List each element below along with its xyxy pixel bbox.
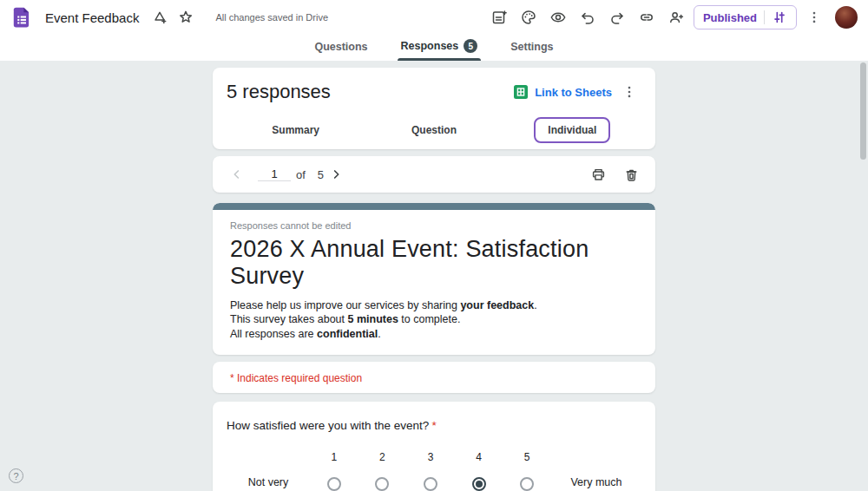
question-text: How satisfied were you with the event?*: [227, 419, 641, 432]
scale-option: 4: [455, 451, 503, 491]
scale-number: 3: [428, 451, 434, 463]
import-questions-icon[interactable]: [487, 5, 511, 29]
scale-number: 1: [331, 451, 337, 463]
view-tab-summary[interactable]: Summary: [227, 111, 365, 149]
form-title: 2026 X Annual Event: Satisfaction Survey: [230, 236, 638, 290]
scale-number: 4: [476, 451, 482, 463]
scale-option: 1: [310, 451, 358, 491]
document-title[interactable]: Event Feedback: [45, 10, 139, 25]
pagination-of-label: of: [296, 168, 306, 181]
pagination-total: 5: [318, 168, 324, 181]
kebab-menu-icon[interactable]: [802, 5, 826, 29]
divider: [764, 10, 765, 24]
responses-count-title: 5 responses: [227, 81, 331, 103]
description-line: Please help us improve our services by s…: [230, 298, 638, 312]
view-tab-individual[interactable]: Individual: [503, 111, 641, 149]
scale-radio[interactable]: [327, 477, 341, 491]
required-asterisk: *: [431, 419, 436, 432]
saved-status[interactable]: All changes saved in Drive: [215, 12, 328, 23]
tab-settings[interactable]: Settings: [509, 41, 555, 61]
move-icon[interactable]: [148, 5, 172, 29]
print-icon[interactable]: [586, 162, 610, 187]
scale-radio[interactable]: [520, 477, 534, 491]
scale-min-label: Not very: [227, 476, 310, 491]
app-header: Event Feedback All changes saved in Driv…: [0, 0, 868, 35]
description-line: This survey takes about 5 minutes to com…: [230, 312, 638, 326]
scale-radio[interactable]: [424, 477, 437, 491]
scale-radio[interactable]: [375, 477, 389, 491]
responses-page: 5 responses Link to Sheets: [0, 61, 868, 491]
responses-kebab-menu-icon[interactable]: [617, 80, 641, 104]
palette-icon[interactable]: [516, 5, 541, 29]
linear-scale: Not very 1 2 3 4: [227, 451, 641, 491]
star-icon[interactable]: [174, 5, 198, 29]
response-view-tabs: Summary Question Individual: [227, 111, 641, 149]
link-to-sheets-label: Link to Sheets: [535, 86, 612, 99]
required-note-card: * Indicates required question: [213, 362, 655, 393]
scrollbar-thumb[interactable]: [860, 62, 866, 160]
description-line: All responses are confidential.: [230, 327, 638, 341]
person-add-icon[interactable]: [664, 5, 688, 29]
scale-option: 5: [503, 451, 551, 491]
forms-icon[interactable]: [10, 6, 33, 29]
tab-responses[interactable]: Responses 5: [399, 39, 480, 61]
required-note: * Indicates required question: [230, 372, 362, 384]
published-button[interactable]: Published: [694, 5, 797, 29]
chevron-right-icon[interactable]: [324, 162, 348, 187]
form-nav-tabs: Questions Responses 5 Settings: [0, 35, 868, 61]
delete-icon[interactable]: [619, 162, 643, 187]
published-label: Published: [703, 11, 757, 24]
scale-max-label: Very much: [551, 476, 641, 491]
form-theme-band: [213, 203, 655, 210]
redo-icon[interactable]: [605, 5, 629, 29]
link-to-sheets-button[interactable]: Link to Sheets: [514, 85, 612, 99]
link-icon[interactable]: [635, 5, 659, 29]
question-card-satisfaction: How satisfied were you with the event?* …: [213, 402, 655, 491]
account-avatar[interactable]: [835, 6, 858, 29]
form-header-card: Responses cannot be edited 2026 X Annual…: [213, 203, 655, 355]
response-number-input[interactable]: [258, 167, 291, 181]
scale-number: 5: [524, 451, 530, 463]
tune-icon: [772, 10, 787, 25]
help-icon[interactable]: ?: [9, 468, 23, 483]
chevron-left-icon[interactable]: [225, 162, 249, 187]
scale-option: 3: [406, 451, 455, 491]
view-tab-question[interactable]: Question: [365, 111, 503, 149]
scale-number: 2: [379, 451, 385, 463]
sheets-icon: [514, 85, 528, 99]
responses-count-badge: 5: [464, 39, 477, 53]
form-description: Please help us improve our services by s…: [230, 298, 638, 341]
scale-radio[interactable]: [472, 477, 486, 491]
undo-icon[interactable]: [575, 5, 600, 29]
form-notice: Responses cannot be edited: [230, 220, 638, 231]
response-pagination-card: of 5: [213, 156, 655, 193]
tab-questions[interactable]: Questions: [312, 41, 369, 61]
scale-option: 2: [358, 451, 407, 491]
responses-summary-card: 5 responses Link to Sheets: [213, 68, 655, 149]
preview-eye-icon[interactable]: [546, 5, 570, 29]
